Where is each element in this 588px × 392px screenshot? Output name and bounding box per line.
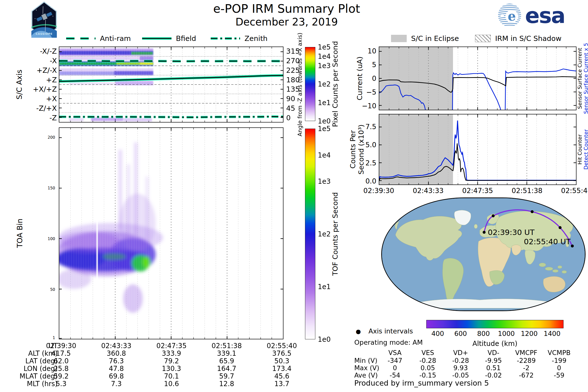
ephemeris-value: 02:55:40 bbox=[254, 342, 310, 350]
shadow-swatch-icon bbox=[475, 35, 491, 42]
sensor-surface-current-line bbox=[379, 77, 576, 92]
voltage-value: -0.05 bbox=[444, 372, 477, 379]
pixel-colorbar-ticks: 1e51e41e31e21e11e0 bbox=[305, 47, 330, 121]
voltage-value: 9.93 bbox=[444, 364, 477, 372]
voltage-row-label: Ave (V) bbox=[354, 372, 378, 379]
eclipse-legend-label: S/C in Eclipse bbox=[411, 34, 459, 43]
ephemeris-value: 333.9 bbox=[144, 349, 199, 357]
ephemeris-value: 02:43:33 bbox=[89, 342, 144, 350]
current-tick-label: 5 bbox=[372, 61, 376, 69]
page-title: e-POP IRM Summary Plot December 23, 2019 bbox=[74, 2, 500, 28]
counts-tick-label: 2.5 bbox=[365, 159, 376, 167]
toa-tick-label: 100 bbox=[48, 236, 55, 241]
current-lines bbox=[379, 47, 576, 110]
time-tick-label: 02:51:38 bbox=[512, 187, 542, 195]
pixel-colorbar-tick-label: 1e2 bbox=[318, 80, 331, 88]
plot-date: December 23, 2019 bbox=[74, 16, 500, 28]
sc-axis-tick-label: -X bbox=[23, 56, 57, 66]
voltage-value: -2289 bbox=[510, 357, 543, 364]
esa-wordmark: esa bbox=[525, 3, 565, 28]
sensor-surface-current-x5-line bbox=[379, 69, 576, 110]
voltage-table: Min (V) -347-0.28-0.28-9.95-2289-199 Max… bbox=[0, 357, 588, 380]
streak-texture bbox=[59, 128, 157, 339]
voltage-table-header: VSAVESVD+VD-VMCPFVCMPB bbox=[378, 349, 577, 356]
tof-colorbar-title: TOF Counts per Second bbox=[331, 192, 339, 276]
current-right-label-blue: Sensor Surface Current x 5 bbox=[583, 43, 588, 114]
pointing-lines bbox=[59, 47, 283, 122]
shadow-legend-label: IRM in S/C Shadow bbox=[495, 34, 562, 43]
counts-tick-labels: 7.55.02.50.0 bbox=[359, 114, 376, 185]
toa-tick-label: 50 bbox=[50, 287, 55, 292]
cassiope-mission-patch: CASSIOPE bbox=[31, 2, 57, 38]
voltage-column-header: VES bbox=[411, 349, 444, 356]
altitude-tick-label: 800 bbox=[477, 330, 490, 337]
sc-axis-tick-label: -Z/+X bbox=[23, 104, 57, 113]
voltage-value: 0 bbox=[543, 364, 576, 372]
ephemeris-value: 10.6 bbox=[144, 380, 199, 388]
current-tick-label: −5 bbox=[366, 88, 376, 96]
axis-ticks bbox=[379, 52, 576, 106]
current-tick-label: 0 bbox=[372, 74, 376, 82]
operating-mode-label: Operating mode: AM bbox=[354, 338, 423, 346]
current-panel bbox=[379, 46, 576, 110]
counts-ylabel-line1: Counts Per bbox=[349, 130, 357, 169]
sc-axis-tick-label: +Z bbox=[23, 75, 57, 84]
voltage-value: -0.02 bbox=[477, 372, 510, 379]
altitude-colorbar-ticks: 400600800100012001400 bbox=[426, 330, 564, 337]
counter-lines bbox=[379, 114, 576, 184]
voltage-value: -0.28 bbox=[444, 357, 477, 364]
sc-axis-tick-labels: -X/-Z-X+Z/-X+Z+X/+Z+X-Z/+X-Z bbox=[23, 46, 57, 122]
voltage-value: -2 bbox=[510, 364, 543, 372]
pixel-colorbar-tick-label: 1e4 bbox=[318, 52, 331, 60]
tof-colorbar-tick-label: 1e3 bbox=[318, 178, 331, 186]
toa-spectrogram-panel bbox=[59, 128, 284, 339]
ephemeris-value: 02:47:35 bbox=[144, 342, 199, 350]
sc-axis-tick-label: +Z/-X bbox=[23, 66, 57, 75]
counts-right-label-blue: Detect Counter bbox=[583, 129, 588, 170]
pixel-colorbar-tick-label: 1e5 bbox=[318, 43, 331, 51]
anti-ram-legend-label: Anti-ram bbox=[100, 34, 131, 43]
axis-interval-dot-icon: ● bbox=[356, 328, 361, 335]
altitude-tick-label: 600 bbox=[454, 330, 467, 337]
time-tick-label: 02:47:35 bbox=[462, 187, 493, 195]
sc-axis-tick-label: -Z bbox=[23, 113, 57, 122]
voltage-value: -9.95 bbox=[477, 357, 510, 364]
esa-logo: e esa bbox=[497, 3, 582, 28]
altitude-tick-label: 1200 bbox=[521, 330, 538, 337]
axis-intervals-legend: ● Axis intervals bbox=[356, 327, 413, 335]
voltage-column-header: VSA bbox=[378, 349, 411, 356]
counts-right-label-black: Hit Counter bbox=[577, 134, 583, 164]
altitude-tick-label: 1000 bbox=[498, 330, 515, 337]
footer-credit: Produced by irm_summary version 5 bbox=[354, 379, 489, 387]
world-map: 02:39:30 UT 02:55:40 UT bbox=[381, 198, 586, 311]
altitude-tick-label: 400 bbox=[432, 330, 444, 337]
angle-axis-label: Angle from -Z axis (towards +X axis) bbox=[297, 32, 303, 136]
sc-axis-tick-label: +X/+Z bbox=[23, 84, 57, 94]
track-start-time-label: 02:39:30 UT bbox=[488, 228, 535, 237]
voltage-value: -672 bbox=[510, 372, 543, 379]
sc-axis-ylabel: S/C Axis bbox=[15, 70, 24, 100]
esa-globe-icon: e bbox=[497, 3, 524, 28]
voltage-row-label: Min (V) bbox=[354, 357, 377, 364]
tof-colorbar-tick-label: 1e1 bbox=[318, 283, 331, 291]
voltage-value: 0 bbox=[378, 364, 411, 372]
current-tick-label: −10 bbox=[362, 102, 376, 110]
voltage-column-header: VCMPB bbox=[543, 349, 576, 356]
axis-intervals-label: Axis intervals bbox=[368, 327, 413, 335]
pixel-colorbar-tick-label: 1e1 bbox=[318, 98, 331, 106]
voltage-value: -59 bbox=[543, 372, 576, 379]
ephemeris-value: 13.7 bbox=[254, 380, 310, 388]
toa-tick-label: 200 bbox=[48, 135, 55, 140]
toa-tick-labels: 200150100501 bbox=[34, 128, 55, 339]
ephemeris-value: 360.8 bbox=[89, 349, 144, 357]
voltage-value: -0.28 bbox=[411, 357, 444, 364]
voltage-column-header: VD+ bbox=[444, 349, 477, 356]
tof-colorbar-tick-label: 1e4 bbox=[318, 151, 331, 159]
pixel-colorbar-tick-label: 1e3 bbox=[318, 62, 331, 70]
eclipse-swatch-icon bbox=[391, 35, 407, 42]
cassiope-label: CASSIOPE bbox=[36, 32, 53, 36]
altitude-colorbar-title: Altitude (km) bbox=[426, 340, 564, 348]
voltage-value: 0.51 bbox=[477, 364, 510, 372]
time-tick-label: 02:39:30 bbox=[363, 187, 394, 195]
ephemeris-value: 02:51:38 bbox=[199, 342, 254, 350]
